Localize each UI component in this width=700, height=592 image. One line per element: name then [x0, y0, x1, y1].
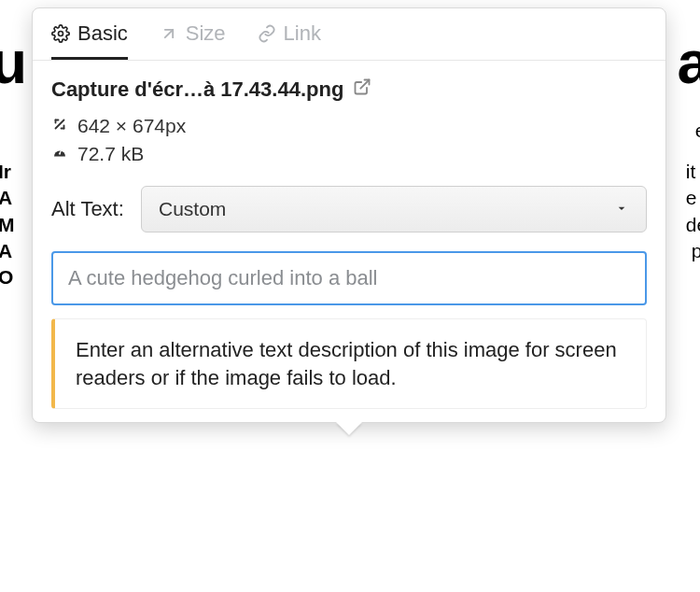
tab-basic-label: Basic: [77, 21, 128, 46]
tab-size[interactable]: Size: [160, 21, 226, 60]
tab-link-label: Link: [284, 21, 321, 46]
alt-text-mode-value: Custom: [159, 198, 226, 220]
alt-text-label: Alt Text:: [51, 197, 124, 220]
alt-text-mode-select[interactable]: Custom: [141, 186, 647, 233]
background-heading-right: a: [677, 28, 700, 97]
filename-row: Capture d'écr…à 17.43.44.png: [51, 78, 647, 102]
alt-text-input[interactable]: [51, 251, 647, 305]
file-meta: 642 × 674px 72.7 kB: [51, 115, 647, 165]
dimensions-icon: [51, 115, 68, 137]
background-left-labels: Ir A M A O: [0, 159, 15, 291]
tab-basic[interactable]: Basic: [51, 21, 128, 60]
svg-point-0: [59, 32, 63, 36]
filename-text: Capture d'écr…à 17.43.44.png: [51, 78, 343, 102]
alt-text-hint: Enter an alternative text description of…: [51, 318, 647, 409]
background-heading-left: u: [0, 28, 26, 97]
svg-line-1: [361, 80, 370, 89]
filesize-text: 72.7 kB: [77, 143, 144, 165]
tab-link[interactable]: Link: [258, 21, 321, 60]
tab-bar: Basic Size Link: [33, 8, 665, 61]
background-text-right: en: [695, 120, 700, 142]
gear-icon: [51, 24, 70, 43]
dimensions-text: 642 × 674px: [77, 115, 186, 137]
chevron-down-icon: [614, 198, 629, 220]
filesize-icon: [51, 143, 68, 165]
tab-size-label: Size: [186, 21, 226, 46]
image-properties-popover: Basic Size Link Capture d'écr…à 17.43.44…: [32, 7, 666, 423]
background-right-lines: it e d de p: [686, 159, 700, 264]
resize-icon: [160, 24, 178, 43]
external-link-icon[interactable]: [353, 78, 371, 102]
link-icon: [258, 24, 276, 43]
